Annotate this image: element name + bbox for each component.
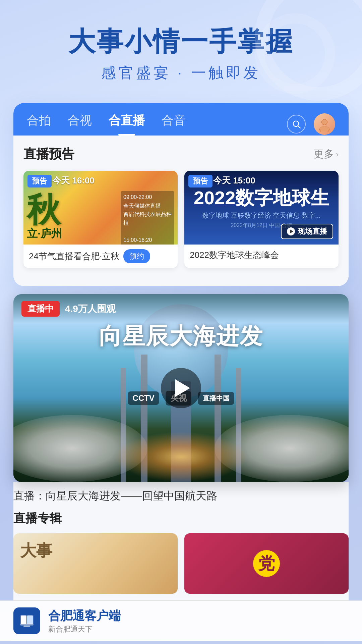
preview-grid: 预告 今天 16:00 秋 立·庐州 09:00-22:00全天候媒体直播首届代… xyxy=(23,171,339,268)
main-card: 合拍 合视 合直播 合音 直播预告 xyxy=(13,103,349,286)
live-viewers: 4.9万人围观 xyxy=(65,303,116,315)
live-badge-2: 现场直播 xyxy=(281,224,333,239)
app-name: 合肥通客户端 xyxy=(48,608,121,624)
app-tagline: 新合肥通天下 xyxy=(48,624,121,634)
svg-rect-7 xyxy=(21,615,26,624)
preview-badge-2: 预告 xyxy=(188,175,213,187)
tab-right-actions xyxy=(287,113,335,135)
tab-hezhibo[interactable]: 合直播 xyxy=(109,112,145,136)
bottom-preview-grid: 大事 党 xyxy=(13,533,349,594)
chevron-right-icon: › xyxy=(336,150,339,159)
special-card-2[interactable]: 党 xyxy=(184,533,349,594)
app-info: 合肥通客户端 新合肥通天下 xyxy=(48,608,121,634)
schedule-text: 09:00-22:00全天候媒体直播首届代科技农展品种植15:00-16:20互… xyxy=(121,191,174,245)
live-preview-header: 直播预告 更多 › xyxy=(23,146,339,163)
tab-bar: 合拍 合视 合直播 合音 xyxy=(13,103,349,136)
live-video-card[interactable]: 直播中 4.9万人围观 向星辰大海进发 CCTV xyxy=(13,294,349,482)
live-badge-red: 直播中 xyxy=(21,301,60,317)
more-link[interactable]: 更多 › xyxy=(314,147,339,161)
tab-heshi[interactable]: 合视 xyxy=(68,112,92,136)
avatar-image xyxy=(317,117,332,131)
hero-section: 大事小情一手掌握 感官盛宴 · 一触即发 xyxy=(0,0,362,96)
reserve-button-1[interactable]: 预约 xyxy=(123,249,150,263)
below-live: 直播：向星辰大海进发——回望中国航天路 直播专辑 大事 党 xyxy=(13,482,349,600)
user-avatar[interactable] xyxy=(314,113,335,135)
preview-caption-2: 2022数字地球生态峰会 xyxy=(184,245,339,266)
svg-line-1 xyxy=(298,126,300,128)
hero-title: 大事小情一手掌握 xyxy=(20,27,342,56)
app-logo-icon xyxy=(17,611,36,630)
live-special-title: 直播专辑 xyxy=(13,510,349,527)
search-button[interactable] xyxy=(287,115,306,133)
preview-card-2[interactable]: 预告 今天 15:00 2022数字地球生 数字地球 互联数字经济 空天信息 数… xyxy=(184,171,339,268)
play-icon-small xyxy=(287,227,295,235)
preview-thumb-2: 预告 今天 15:00 2022数字地球生 数字地球 互联数字经济 空天信息 数… xyxy=(184,171,339,245)
preview-thumb-1: 预告 今天 16:00 秋 立·庐州 09:00-22:00全天候媒体直播首届代… xyxy=(23,171,178,245)
svg-point-4 xyxy=(322,119,327,125)
tab-heyin[interactable]: 合音 xyxy=(162,112,186,136)
live-preview-title: 直播预告 xyxy=(23,146,74,163)
special-card-1[interactable]: 大事 xyxy=(13,533,178,594)
preview-time-1: 今天 16:00 xyxy=(52,175,95,186)
live-video-header: 直播中 4.9万人围观 xyxy=(13,294,349,323)
party-emblem: 党 xyxy=(253,550,280,577)
svg-rect-8 xyxy=(27,615,33,624)
cctv-logo: CCTV xyxy=(128,391,159,405)
preview-caption-1: 24节气直播看合肥·立秋 预约 xyxy=(23,245,178,268)
preview-card-1[interactable]: 预告 今天 16:00 秋 立·庐州 09:00-22:00全天候媒体直播首届代… xyxy=(23,171,178,268)
live-video-section: 直播中 4.9万人围观 向星辰大海进发 CCTV xyxy=(13,294,349,600)
card2-content: 2022数字地球生 数字地球 互联数字经济 空天信息 数字... 2022年8月… xyxy=(188,187,335,229)
bottom-bar: 合肥通客户端 新合肥通天下 xyxy=(0,600,362,641)
svg-rect-11 xyxy=(23,626,30,627)
preview-badge-1: 预告 xyxy=(27,175,52,187)
svg-rect-10 xyxy=(20,624,34,626)
app-logo xyxy=(13,607,40,634)
content-area: 直播预告 更多 › 预告 今天 16:00 秋 立·庐州 xyxy=(13,136,349,286)
hero-subtitle: 感官盛宴 · 一触即发 xyxy=(20,63,342,83)
search-icon xyxy=(292,119,301,129)
video-title-overlay: 向星辰大海进发 xyxy=(13,321,349,352)
preview-time-2: 今天 15:00 xyxy=(213,175,255,186)
zhibo-logo: 直播中国 xyxy=(198,392,234,405)
video-title-cn: 向星辰大海进发 xyxy=(13,321,349,352)
svg-point-5 xyxy=(320,126,329,131)
live-caption: 直播：向星辰大海进发——回望中国航天路 xyxy=(13,489,349,503)
tab-hepai[interactable]: 合拍 xyxy=(27,112,51,136)
play-button[interactable] xyxy=(161,368,201,408)
smoke-center xyxy=(114,432,248,482)
